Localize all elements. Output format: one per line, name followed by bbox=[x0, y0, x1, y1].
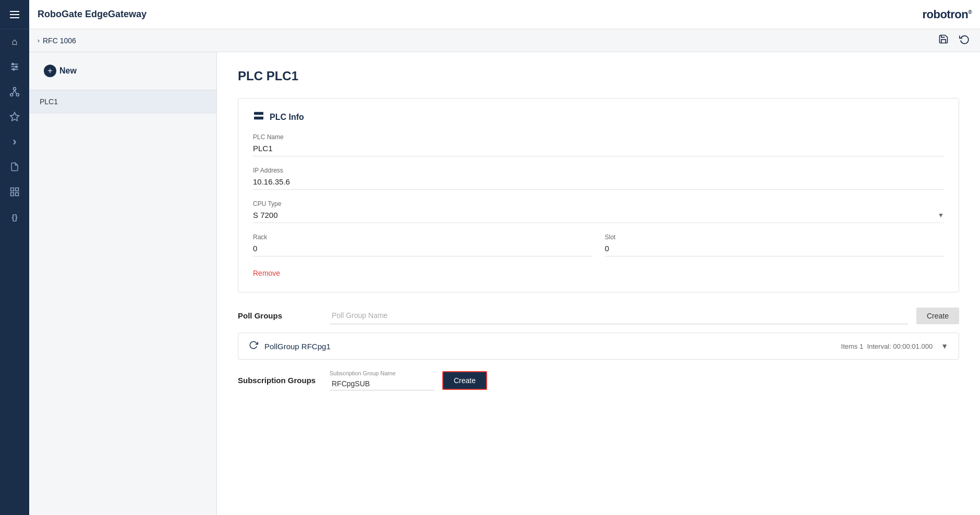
sidebar-item-home[interactable]: ⌂ bbox=[0, 29, 29, 54]
svg-point-7 bbox=[10, 93, 13, 96]
svg-rect-17 bbox=[254, 117, 263, 119]
ip-address-value: 10.16.35.6 bbox=[253, 177, 944, 190]
poll-groups-row: Poll Groups Create bbox=[238, 307, 959, 324]
history-button[interactable] bbox=[957, 32, 972, 49]
plc-name-value: PLC1 bbox=[253, 144, 944, 156]
subscription-groups-row: Subscription Groups Subscription Group N… bbox=[238, 370, 959, 390]
rack-slot-row: Rack 0 Slot 0 bbox=[253, 234, 944, 267]
svg-rect-16 bbox=[254, 112, 263, 115]
plc-info-card: PLC Info PLC Name PLC1 IP Address 10.16.… bbox=[238, 98, 959, 292]
subscription-create-button[interactable]: Create bbox=[442, 371, 487, 390]
cpu-type-dropdown-icon: ▼ bbox=[938, 212, 944, 219]
poll-group-name-input[interactable] bbox=[330, 307, 908, 324]
slot-label: Slot bbox=[605, 234, 945, 241]
poll-group-name: PollGroup RFCpg1 bbox=[264, 342, 841, 351]
save-button[interactable] bbox=[936, 32, 951, 49]
remove-button[interactable]: Remove bbox=[253, 267, 280, 279]
slot-group: Slot 0 bbox=[605, 234, 945, 256]
poll-group-meta: Items 1 Interval: 00:00:01.000 bbox=[841, 342, 933, 350]
sidebar-item-api[interactable]: {} bbox=[0, 204, 29, 229]
poll-group-expand-icon[interactable]: ▼ bbox=[941, 342, 948, 350]
list-item[interactable]: PLC1 bbox=[29, 90, 216, 114]
sidebar: ⌂ › {} bbox=[0, 0, 29, 515]
subscription-input-label: Subscription Group Name bbox=[330, 370, 434, 376]
left-panel: + New PLC1 bbox=[29, 52, 217, 515]
cpu-type-group: CPU Type S 7200 ▼ bbox=[253, 200, 944, 223]
svg-marker-11 bbox=[10, 113, 19, 121]
cpu-type-label: CPU Type bbox=[253, 200, 944, 207]
new-button-icon: + bbox=[44, 65, 56, 77]
left-panel-actions: + New bbox=[29, 52, 216, 90]
svg-rect-14 bbox=[11, 193, 14, 196]
rack-value: 0 bbox=[253, 244, 592, 256]
plc-name-label: PLC Name bbox=[253, 133, 944, 141]
sidebar-item-connections[interactable] bbox=[0, 79, 29, 104]
breadcrumb-chevron: › bbox=[38, 37, 40, 44]
svg-rect-15 bbox=[16, 193, 19, 196]
svg-rect-13 bbox=[16, 188, 19, 191]
ip-address-label: IP Address bbox=[253, 167, 944, 174]
subscription-groups-label: Subscription Groups bbox=[238, 376, 321, 385]
subscription-input-wrapper: Subscription Group Name bbox=[330, 370, 434, 390]
breadcrumb-actions bbox=[936, 32, 972, 49]
hamburger-menu[interactable] bbox=[0, 0, 29, 29]
svg-point-4 bbox=[16, 66, 17, 67]
poll-groups-section: Poll Groups Create PollGroup RFCpg1 Item… bbox=[238, 307, 959, 360]
cpu-type-value: S 7200 bbox=[253, 211, 938, 219]
sidebar-item-data[interactable] bbox=[0, 179, 29, 204]
poll-groups-create-button[interactable]: Create bbox=[916, 308, 959, 324]
poll-group-item[interactable]: PollGroup RFCpg1 Items 1 Interval: 00:00… bbox=[238, 333, 959, 360]
sidebar-item-nodes[interactable] bbox=[0, 104, 29, 129]
svg-point-3 bbox=[12, 63, 14, 65]
svg-line-9 bbox=[13, 90, 15, 94]
ip-address-group: IP Address 10.16.35.6 bbox=[253, 167, 944, 190]
rack-label: Rack bbox=[253, 234, 592, 241]
svg-line-10 bbox=[15, 90, 16, 94]
slot-value: 0 bbox=[605, 244, 945, 256]
breadcrumb-item: RFC 1006 bbox=[43, 36, 76, 45]
plc-info-icon bbox=[253, 111, 264, 123]
sidebar-item-documents[interactable] bbox=[0, 154, 29, 179]
poll-groups-label: Poll Groups bbox=[238, 311, 321, 320]
page-title: PLC PLC1 bbox=[238, 69, 959, 83]
brand-logo: robotron® bbox=[922, 8, 972, 21]
sidebar-item-arrow[interactable]: › bbox=[0, 129, 29, 154]
subscription-groups-section: Subscription Groups Subscription Group N… bbox=[238, 370, 959, 390]
poll-group-refresh-icon bbox=[249, 340, 258, 352]
breadcrumb-bar: › RFC 1006 bbox=[29, 29, 980, 52]
svg-rect-12 bbox=[11, 188, 14, 191]
svg-point-8 bbox=[16, 93, 19, 96]
sidebar-item-settings[interactable] bbox=[0, 54, 29, 79]
cpu-type-select[interactable]: S 7200 ▼ bbox=[253, 211, 944, 223]
plc-info-header: PLC Info bbox=[253, 111, 944, 123]
plc-list: PLC1 bbox=[29, 90, 216, 515]
breadcrumb: › RFC 1006 bbox=[38, 36, 76, 45]
svg-point-6 bbox=[14, 88, 16, 90]
app-title: RoboGate EdgeGateway bbox=[38, 9, 922, 20]
plc-info-title: PLC Info bbox=[270, 113, 304, 122]
plc-name-group: PLC Name PLC1 bbox=[253, 133, 944, 156]
topbar: RoboGate EdgeGateway robotron® bbox=[29, 0, 980, 29]
svg-point-5 bbox=[13, 68, 15, 70]
subscription-group-name-input[interactable] bbox=[330, 377, 434, 390]
new-button-label: New bbox=[59, 66, 77, 76]
main-wrapper: RoboGate EdgeGateway robotron® › RFC 100… bbox=[29, 0, 980, 515]
rack-group: Rack 0 bbox=[253, 234, 592, 256]
right-panel: PLC PLC1 PLC Info PLC Name PLC1 bbox=[217, 52, 980, 515]
new-button[interactable]: + New bbox=[38, 60, 83, 81]
content-layout: + New PLC1 PLC PLC1 bbox=[29, 52, 980, 515]
